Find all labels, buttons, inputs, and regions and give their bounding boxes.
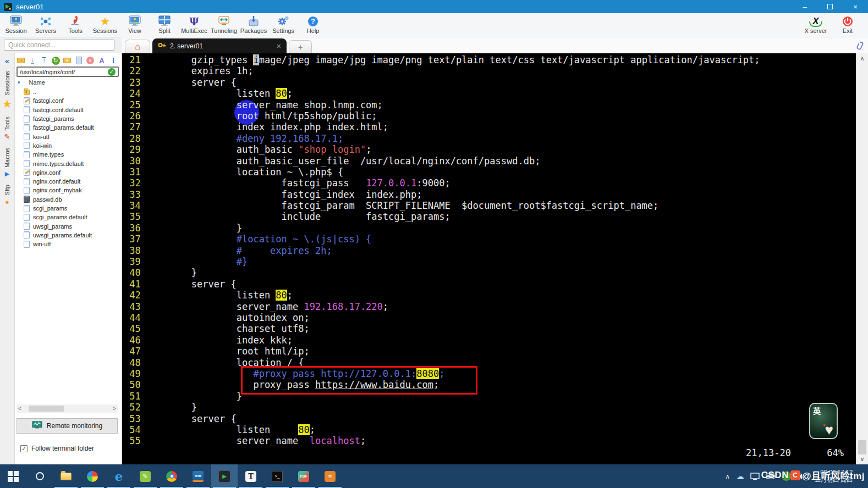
delete-icon[interactable]: × bbox=[85, 56, 95, 65]
scroll-down-icon[interactable]: ∨ bbox=[856, 456, 868, 463]
taskbar-app-notepadpp[interactable]: ✎ bbox=[132, 464, 158, 488]
scrollbar-thumb[interactable] bbox=[29, 406, 64, 412]
tab-close-icon[interactable]: × bbox=[277, 42, 281, 51]
taskbar-app-cortana[interactable] bbox=[26, 464, 53, 488]
file-icon bbox=[24, 205, 30, 212]
code-line-51: 51 } bbox=[124, 391, 856, 402]
file-row[interactable]: scgi_params.default bbox=[15, 213, 120, 221]
taskbar-app-foxit-pdf[interactable]: PDF bbox=[290, 464, 317, 488]
tab-home[interactable]: ⌂ bbox=[125, 40, 150, 53]
upload-icon[interactable]: ↑ bbox=[39, 56, 49, 65]
maximize-button[interactable] bbox=[817, 0, 843, 13]
code-line-28: 28 #deny 192.168.17.1; bbox=[124, 133, 856, 144]
sidebar-collapse-button[interactable]: « bbox=[5, 57, 9, 65]
path-ok-icon: ✓ bbox=[108, 68, 116, 76]
path-field[interactable]: /usr/local/nginx/conf/ ✓ bbox=[17, 66, 119, 77]
close-button[interactable]: × bbox=[843, 0, 868, 13]
minimize-button[interactable]: – bbox=[792, 0, 817, 13]
follow-terminal-folder[interactable]: ✓ Follow terminal folder bbox=[20, 445, 94, 452]
file-row[interactable]: passwd.db bbox=[15, 195, 120, 204]
settings-icon bbox=[277, 15, 290, 27]
terminal-scrollbar-thumb[interactable] bbox=[858, 440, 866, 454]
rename-icon[interactable]: A bbox=[97, 56, 107, 65]
taskbar-app-orange-app[interactable]: ≡ bbox=[317, 464, 343, 488]
file-row[interactable]: win-utf bbox=[15, 240, 120, 248]
sidebar-tab-sftp[interactable]: Sftp● bbox=[2, 185, 12, 206]
info-icon[interactable]: i bbox=[108, 56, 118, 65]
follow-checkbox[interactable]: ✓ bbox=[20, 445, 28, 452]
tools-icon bbox=[69, 15, 81, 27]
toolbar-item-help[interactable]: ?Help bbox=[298, 13, 328, 37]
toolbar-item-view[interactable]: View bbox=[120, 13, 150, 37]
toolbar-item-label: Packages bbox=[240, 27, 267, 34]
terminal[interactable]: 21 gzip_types image/jpeg image/jpg image… bbox=[122, 53, 856, 464]
csdn-logo-icon: C bbox=[790, 470, 800, 480]
toolbar-item-packages[interactable]: Packages bbox=[239, 13, 268, 37]
scroll-up-icon[interactable]: ∧ bbox=[856, 55, 868, 62]
toolbar-item-sessions[interactable]: ★Sessions bbox=[90, 13, 120, 37]
taskbar-app-chrome[interactable] bbox=[158, 464, 185, 488]
sftp-horizontal-scrollbar[interactable]: < > bbox=[17, 404, 118, 413]
toolbar-item-split[interactable]: Split bbox=[150, 13, 179, 37]
file-row[interactable]: uwsgi_params.default bbox=[15, 231, 120, 240]
file-row[interactable]: fastcgi_params.default bbox=[15, 123, 120, 132]
dot-icon: ● bbox=[5, 198, 9, 206]
refresh-icon[interactable]: ↻ bbox=[51, 56, 61, 65]
download-icon[interactable]: ↓ bbox=[28, 56, 37, 65]
file-row[interactable]: fastcgi.conf bbox=[15, 96, 120, 105]
tab-server01[interactable]: 2. server01 × bbox=[152, 38, 287, 53]
file-row[interactable]: nginx.conf_mybak bbox=[15, 186, 120, 195]
file-row[interactable]: uwsgi_params bbox=[15, 221, 120, 230]
toolbar-item-multiexec[interactable]: ΨMultiExec bbox=[179, 13, 209, 37]
toolbar-item-tools[interactable]: Tools bbox=[61, 13, 90, 37]
file-row[interactable]: fastcgi_params bbox=[15, 114, 120, 123]
cloud-icon[interactable]: ☁ bbox=[736, 472, 744, 481]
sidebar-tab-sessions[interactable]: Sessions★ bbox=[2, 71, 12, 109]
pen-icon: ✎ bbox=[4, 133, 10, 141]
file-row[interactable]: nginx.conf bbox=[15, 168, 120, 177]
main-toolbar: SessionServersTools★SessionsViewSplitΨMu… bbox=[0, 13, 868, 37]
file-row[interactable]: mime.types.default bbox=[15, 159, 120, 168]
new-tab-button[interactable]: + bbox=[289, 40, 312, 53]
taskbar-app-typora[interactable]: T bbox=[238, 464, 264, 488]
vim-buffer: 21 gzip_types image/jpeg image/jpg image… bbox=[122, 53, 856, 447]
taskbar-app-mobaxterm[interactable]: ▶ bbox=[211, 464, 238, 488]
remote-monitoring-button[interactable]: Remote monitoring bbox=[17, 418, 118, 434]
scroll-right-icon[interactable]: > bbox=[111, 406, 118, 412]
file-row[interactable]: .. bbox=[15, 87, 120, 96]
terminal-scrollbar[interactable]: ∧ ∨ bbox=[856, 53, 868, 464]
sidebar-tab-label: Sessions bbox=[4, 71, 10, 96]
toolbar-item-session[interactable]: Session bbox=[1, 13, 31, 37]
taskbar-app-start[interactable] bbox=[0, 464, 26, 488]
taskbar-app-explorer[interactable] bbox=[53, 464, 79, 488]
file-row[interactable]: scgi_params bbox=[15, 204, 120, 213]
file-row[interactable]: mime.types bbox=[15, 150, 120, 159]
new-file-icon[interactable] bbox=[74, 56, 84, 65]
ime-indicator[interactable]: 英 ♥ ♥ bbox=[809, 403, 838, 439]
file-row[interactable]: koi-utf bbox=[15, 132, 120, 141]
display-icon[interactable] bbox=[750, 473, 760, 480]
new-folder-icon[interactable]: + bbox=[62, 56, 72, 65]
scroll-left-icon[interactable]: < bbox=[17, 406, 23, 412]
sidebar-tab-tools[interactable]: Tools✎ bbox=[2, 117, 12, 141]
code-line-43: 43 server_name 192.168.17.220; bbox=[124, 301, 856, 312]
toolbar-item-exit[interactable]: Exit bbox=[832, 13, 864, 37]
toolbar-item-servers[interactable]: Servers bbox=[31, 13, 61, 37]
toolbar-item-label: X server bbox=[805, 27, 827, 34]
chevron-up-icon[interactable]: ∧ bbox=[725, 473, 730, 480]
taskbar-app-vmware[interactable]: vm bbox=[185, 464, 211, 488]
file-row[interactable]: koi-win bbox=[15, 141, 120, 150]
toolbar-item-settings[interactable]: Settings bbox=[268, 13, 298, 37]
sidebar-tab-macros[interactable]: Macros▶ bbox=[2, 148, 12, 178]
taskbar-app-browser-360[interactable] bbox=[79, 464, 106, 488]
folder-up-icon[interactable]: ↑ bbox=[16, 56, 26, 65]
file-row[interactable]: fastcgi.conf.default bbox=[15, 106, 120, 114]
taskbar-app-cmd[interactable]: >_ bbox=[264, 464, 290, 488]
toolbar-item-x-server[interactable]: XX server bbox=[800, 13, 832, 37]
taskbar-app-edge[interactable]: e bbox=[106, 464, 132, 488]
file-row[interactable]: nginx.conf.default bbox=[15, 177, 120, 186]
quick-connect-input[interactable] bbox=[4, 40, 114, 51]
paperclip-icon[interactable] bbox=[854, 40, 866, 54]
toolbar-item-tunneling[interactable]: Tunneling bbox=[209, 13, 239, 37]
file-list-header[interactable]: ▾ Name bbox=[15, 77, 120, 87]
